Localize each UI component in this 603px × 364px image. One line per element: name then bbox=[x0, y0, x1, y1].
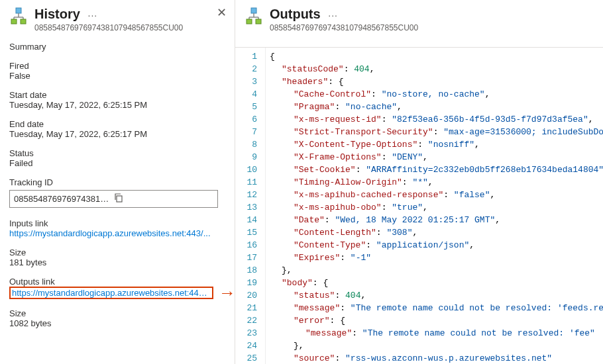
arrow-icon: → bbox=[219, 283, 235, 303]
outputs-size-label: Size bbox=[9, 308, 225, 318]
svg-rect-13 bbox=[247, 19, 252, 24]
fired-label: Fired bbox=[9, 61, 225, 71]
start-date-value: Tuesday, May 17, 2022, 6:25:15 PM bbox=[9, 100, 225, 110]
outputs-flow-icon bbox=[245, 7, 263, 25]
line-gutter: 1234567891011121314151617181920212223242… bbox=[235, 48, 266, 364]
svg-rect-5 bbox=[11, 19, 17, 24]
start-date-label: Start date bbox=[9, 90, 225, 100]
outputs-run-id: 08585487697697438107948567855CU00 bbox=[270, 23, 594, 32]
status-value: Failed bbox=[9, 158, 225, 168]
tracking-id-value[interactable]: 08585487697697438107948567855CU00 bbox=[14, 194, 113, 204]
history-more-icon[interactable]: ··· bbox=[88, 10, 98, 21]
outputs-header: Outputs ··· 0858548769769743810794856785… bbox=[235, 0, 603, 38]
outputs-size-value: 1082 bytes bbox=[9, 318, 225, 328]
close-icon[interactable]: ✕ bbox=[217, 7, 227, 19]
outputs-panel: Outputs ··· 0858548769769743810794856785… bbox=[235, 0, 603, 364]
svg-rect-14 bbox=[256, 19, 261, 24]
history-flow-icon bbox=[9, 7, 28, 25]
history-header: History ··· 0858548769769743810794856785… bbox=[9, 7, 225, 32]
outputs-link-highlight: https://mystandardlogicapp.azurewebsites… bbox=[9, 287, 213, 299]
outputs-more-icon[interactable]: ··· bbox=[328, 10, 338, 21]
svg-rect-0 bbox=[16, 8, 21, 13]
inputs-size-label: Size bbox=[9, 248, 225, 257]
outputs-title: Outputs bbox=[270, 7, 321, 21]
fired-value: False bbox=[9, 71, 225, 81]
json-editor[interactable]: 1234567891011121314151617181920212223242… bbox=[235, 47, 603, 364]
outputs-link-label: Outputs link bbox=[9, 277, 225, 287]
inputs-size-value: 181 bytes bbox=[9, 257, 225, 267]
end-date-value: Tuesday, May 17, 2022, 6:25:17 PM bbox=[9, 129, 225, 139]
svg-rect-8 bbox=[251, 8, 256, 13]
history-panel: ✕ History ··· 08585487697697438107948567… bbox=[0, 0, 235, 364]
tracking-id-box: 08585487697697438107948567855CU00 bbox=[9, 190, 218, 208]
json-code[interactable]: {"statusCode": 404,"headers": {"Cache-Co… bbox=[266, 48, 603, 364]
outputs-link[interactable]: https://mystandardlogicapp.azurewebsites… bbox=[12, 288, 211, 298]
history-title: History bbox=[34, 7, 80, 21]
tracking-id-label: Tracking ID bbox=[9, 177, 225, 187]
copy-icon[interactable] bbox=[113, 193, 214, 205]
inputs-link[interactable]: https://mystandardlogicapp.azurewebsites… bbox=[9, 228, 225, 238]
summary-label: Summary bbox=[9, 42, 225, 52]
inputs-link-label: Inputs link bbox=[9, 218, 225, 228]
status-label: Status bbox=[9, 148, 225, 158]
history-run-id: 08585487697697438107948567855CU00 bbox=[34, 23, 225, 32]
end-date-label: End date bbox=[9, 119, 225, 129]
svg-rect-6 bbox=[21, 19, 26, 24]
svg-rect-7 bbox=[117, 196, 122, 202]
